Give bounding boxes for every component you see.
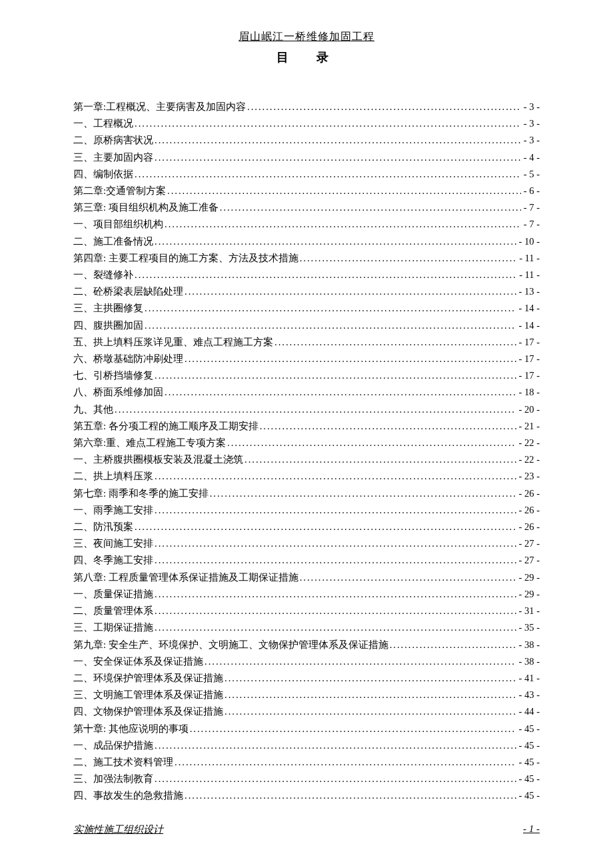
toc-entry: 一、裂缝修补- 11 - <box>73 267 540 283</box>
toc-entry-page: - 11 - <box>516 250 540 267</box>
toc-entry-page: - 10 - <box>516 233 540 250</box>
toc-entry: 第四章: 主要工程项目的施工方案、方法及技术措施- 11 - <box>73 250 540 267</box>
toc-entry: 四、编制依据- 5 - <box>73 166 540 183</box>
toc-entry-page: - 17 - <box>516 367 540 384</box>
toc-entry: 第七章: 雨季和冬季的施工安排- 26 - <box>73 485 540 502</box>
toc-entry-label: 五、拱上填料压浆详见重、难点工程施工方案 <box>73 334 273 351</box>
toc-entry-page: - 13 - <box>516 283 540 300</box>
toc-entry-label: 四、编制依据 <box>73 166 133 183</box>
toc-leader-dots <box>153 603 516 619</box>
toc-entry: 三、工期保证措施- 35 - <box>73 619 540 636</box>
toc-entry-page: - 26 - <box>516 485 540 502</box>
toc-leader-dots <box>299 250 516 267</box>
toc-entry-label: 第三章: 项目组织机构及施工准备 <box>73 199 219 216</box>
toc-leader-dots <box>203 653 516 670</box>
toc-entry-page: - 38 - <box>516 637 540 653</box>
toc-entry-page: - 7 - <box>521 216 540 233</box>
toc-entry-label: 二、质量管理体系 <box>73 603 153 619</box>
toc-entry-page: - 26 - <box>516 519 540 535</box>
toc-entry-label: 一、裂缝修补 <box>73 267 133 283</box>
toc-entry-label: 三、夜间施工安排 <box>73 535 153 552</box>
toc-entry-page: - 38 - <box>516 653 540 670</box>
toc-entry: 二、施工技术资料管理- 45 - <box>73 754 540 771</box>
toc-entry: 二、施工准备情况- 10 - <box>73 233 540 250</box>
toc-entry-page: - 45 - <box>516 754 540 771</box>
toc-entry-label: 四、冬季施工安排 <box>73 552 153 569</box>
document-header-title: 眉山岷江一桥维修加固工程 <box>73 30 540 44</box>
toc-entry-page: - 27 - <box>516 552 540 569</box>
toc-entry: 八、桥面系维修加固- 18 - <box>73 384 540 401</box>
toc-entry-label: 二、防汛预案 <box>73 519 133 535</box>
toc-entry-page: - 43 - <box>516 687 540 703</box>
toc-entry-page: - 45 - <box>516 787 540 804</box>
toc-leader-dots <box>299 569 516 586</box>
toc-entry-label: 第一章:工程概况、主要病害及加固内容 <box>73 99 246 115</box>
toc-entry-page: - 3 - <box>521 115 540 132</box>
toc-entry-label: 一、工程概况 <box>73 115 133 132</box>
toc-entry: 第二章:交通管制方案- 6 - <box>73 183 540 199</box>
toc-entry-page: - 21 - <box>516 418 540 435</box>
toc-entry-page: - 23 - <box>516 468 540 485</box>
toc-entry: 一、工程概况- 3 - <box>73 115 540 132</box>
toc-entry-label: 二、砼桥梁表层缺陷处理 <box>73 283 183 300</box>
toc-entry-label: 三、文明施工管理体系及保证措施 <box>73 687 223 703</box>
toc-entry: 三、文明施工管理体系及保证措施- 43 - <box>73 687 540 703</box>
toc-entry-label: 第五章: 各分项工程的施工顺序及工期安排 <box>73 418 259 435</box>
toc-entry-label: 八、桥面系维修加固 <box>73 384 163 401</box>
toc-entry-page: - 14 - <box>516 317 540 334</box>
toc-entry: 第六章:重、难点工程施工专项方案- 22 - <box>73 435 540 451</box>
toc-entry-page: - 45 - <box>516 737 540 754</box>
toc-entry: 七、引桥挡墙修复- 17 - <box>73 367 540 384</box>
toc-entry-label: 二、环境保护管理体系及保证措施 <box>73 670 223 687</box>
toc-entry-page: - 4 - <box>521 149 540 166</box>
toc-entry-page: - 14 - <box>516 300 540 317</box>
toc-entry-label: 一、主桥腹拱圈模板安装及混凝土浇筑 <box>73 451 243 468</box>
toc-entry: 第九章: 安全生产、环境保护、文明施工、文物保护管理体系及保证措施- 38 - <box>73 637 540 653</box>
footer-page-number: - 1 - <box>523 823 540 836</box>
toc-leader-dots <box>223 703 516 720</box>
toc-entry-label: 二、施工技术资料管理 <box>73 754 173 771</box>
toc-entry-page: - 29 - <box>516 569 540 586</box>
toc-entry: 二、原桥病害状况- 3 - <box>73 132 540 149</box>
toc-entry: 三、加强法制教育- 45 - <box>73 771 540 787</box>
toc-entry-page: - 11 - <box>516 267 540 283</box>
toc-leader-dots <box>183 283 516 300</box>
toc-entry: 六、桥墩基础防冲刷处理- 17 - <box>73 351 540 367</box>
toc-leader-dots <box>173 754 516 771</box>
toc-leader-dots <box>209 485 516 502</box>
toc-entry-page: - 29 - <box>516 586 540 603</box>
toc-entry: 二、拱上填料压浆- 23 - <box>73 468 540 485</box>
toc-leader-dots <box>153 586 516 603</box>
toc-entry-page: - 26 - <box>516 502 540 519</box>
toc-entry: 二、质量管理体系- 31 - <box>73 603 540 619</box>
toc-entry-page: - 3 - <box>521 99 540 115</box>
toc-entry: 四、腹拱圈加固- 14 - <box>73 317 540 334</box>
toc-entry: 三、主拱圈修复- 14 - <box>73 300 540 317</box>
toc-leader-dots <box>219 199 521 216</box>
toc-entry-label: 四、腹拱圈加固 <box>73 317 143 334</box>
toc-entry-label: 第八章: 工程质量管理体系保证措施及工期保证措施 <box>73 569 299 586</box>
toc-leader-dots <box>163 216 521 233</box>
toc-list: 第一章:工程概况、主要病害及加固内容- 3 -一、工程概况- 3 -二、原桥病害… <box>73 99 540 805</box>
toc-entry: 三、主要加固内容- 4 - <box>73 149 540 166</box>
toc-entry-page: - 22 - <box>516 435 540 451</box>
toc-leader-dots <box>153 737 516 754</box>
toc-leader-dots <box>153 502 516 519</box>
toc-entry: 一、成品保护措施- 45 - <box>73 737 540 754</box>
toc-entry-label: 一、成品保护措施 <box>73 737 153 754</box>
toc-leader-dots <box>259 418 516 435</box>
toc-entry: 一、主桥腹拱圈模板安装及混凝土浇筑- 22 - <box>73 451 540 468</box>
toc-entry: 第十章: 其他应说明的事项- 45 - <box>73 721 540 737</box>
toc-leader-dots <box>153 233 516 250</box>
toc-entry-page: - 27 - <box>516 535 540 552</box>
toc-entry-page: - 45 - <box>516 771 540 787</box>
toc-heading: 目 录 <box>73 49 540 65</box>
toc-leader-dots <box>388 637 516 653</box>
toc-entry-label: 一、安全保证体系及保证措施 <box>73 653 203 670</box>
toc-entry-label: 七、引桥挡墙修复 <box>73 367 153 384</box>
toc-leader-dots <box>153 468 516 485</box>
toc-entry-page: - 6 - <box>521 183 540 199</box>
toc-entry: 四、文物保护管理体系及保证措施- 44 - <box>73 703 540 720</box>
toc-leader-dots <box>133 267 516 283</box>
toc-entry-page: - 44 - <box>516 703 540 720</box>
